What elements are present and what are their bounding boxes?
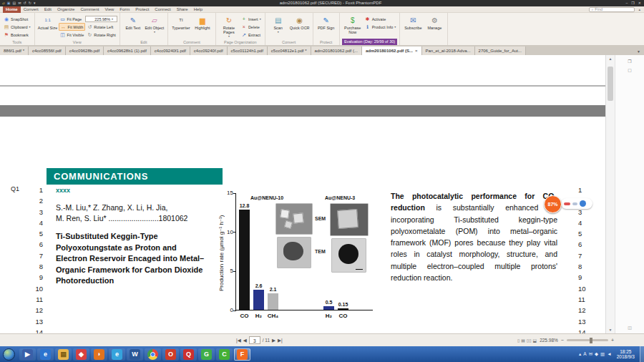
document-tab[interactable]: adm201801062.pdf (S...× [362,47,422,55]
green-g-icon[interactable]: G [198,348,215,361]
typewriter-button[interactable]: TITypewriter [170,14,192,39]
zoom-slider[interactable] [567,339,608,341]
purchase-now-button[interactable]: $Purchase Now [342,14,364,39]
minimize-button[interactable]: – [626,0,628,6]
single-page-icon[interactable]: ▯ [517,338,519,343]
media-player-icon[interactable]: ▶ [19,348,36,361]
close-button[interactable]: ✕ [638,0,641,6]
clipboard-button[interactable]: ▤Clipboard▾ [2,23,32,31]
actual-size-button[interactable]: 1:1Actual Size [37,14,59,39]
close-tab-icon[interactable]: × [415,49,418,53]
prev-page-button[interactable]: ◀ [243,338,247,343]
first-page-button[interactable]: |◀ [236,338,241,343]
document-tab[interactable]: c4cc08556f.pdf [29,47,66,55]
scan-button[interactable]: ▤Scan▾ [268,14,289,39]
corner-grid-icon[interactable]: ◫ [615,325,644,330]
continuous-page-icon[interactable]: ▤ [521,338,525,343]
taskbar-clock[interactable]: 18:25 2018/9/3 [614,349,638,360]
menu-tab-comment[interactable]: Comment [77,6,102,13]
document-tab[interactable]: adm201801062.pdf (... [311,47,362,55]
document-tab[interactable]: c5cc04812e1.pdf * [268,47,311,55]
fit-visible-button[interactable]: ◫Fit Visible [59,31,86,39]
zoom-slider-thumb[interactable] [590,338,592,343]
fit-width-button[interactable]: ↔Fit Width [59,23,86,31]
manage-button[interactable]: ⚙Manage [424,14,445,39]
zoom-in-button[interactable]: + [611,338,614,343]
document-tab[interactable]: c4cc09628b1 (1).pdf [104,47,151,55]
scroll-down-icon[interactable]: ▼ [606,328,615,332]
find-box[interactable]: ⌕ Find [589,7,635,12]
panel-toggle-icon[interactable]: ❐ [615,59,644,64]
menu-tab-protect[interactable]: Protect [132,6,152,13]
document-tab[interactable]: c4cc09240f1.pdf [151,47,190,55]
menu-tab-help[interactable]: Help [191,6,205,13]
tab-list-icon[interactable]: ▼ [633,49,644,55]
baidu-netdisk-icon[interactable]: ◆ [73,348,89,361]
pdf-sign-button[interactable]: ✎PDF Sign [316,14,337,39]
document-tab[interactable]: c4cc09628b.pdf [66,47,104,55]
highlight-button[interactable]: ▆Highlight [192,14,213,39]
document-tab[interactable]: 2706_Guide_for_Aut... [475,47,526,55]
ie-icon[interactable]: e [37,348,54,361]
edge-icon[interactable]: e [109,348,125,361]
menu-tab-organize[interactable]: Organize [54,6,77,13]
delete-pages-button[interactable]: ×Delete [240,23,263,31]
edit-object-button[interactable]: ▱Edit Object▾ [144,14,165,39]
firefox-icon[interactable]: ◗ [91,348,107,361]
tray-volume-icon[interactable]: ◄ [607,351,611,357]
score-badge[interactable]: 87% [544,195,562,213]
menu-tab-convert[interactable]: Convert [21,6,42,13]
insert-pages-button[interactable]: +Insert▾ [240,15,263,23]
ime-icon[interactable]: A [583,351,586,357]
menu-tab-form[interactable]: Form [117,6,132,13]
subscribe-button[interactable]: ✉Subscribe [402,14,424,39]
scrollbar-thumb[interactable] [608,67,613,101]
menu-tab-connect[interactable]: Connect [152,6,173,13]
tray-message-icon[interactable]: ✉ [589,351,592,357]
show-desktop-button[interactable] [640,346,644,362]
tray-security-icon[interactable]: ◆ [595,351,598,357]
maximize-button[interactable]: ❐ [631,0,634,6]
rotate-left-button[interactable]: ↺Rotate Left [85,23,117,31]
quick-ocr-button[interactable]: ◉Quick OCR [289,14,311,39]
qq-icon[interactable]: Q [180,348,197,361]
menu-tab-home[interactable]: Home [3,6,21,13]
facing-page-icon[interactable]: ▯▯ [527,338,532,343]
menu-tab-share[interactable]: Share [174,6,191,13]
zoom-out-button[interactable]: − [561,338,564,343]
tray-network-icon[interactable]: ▥ [600,351,605,357]
scroll-up-icon[interactable]: ▲ [606,57,615,61]
activate-button[interactable]: ✱Activate [364,15,398,23]
vertical-scrollbar[interactable]: ▲ ▼ [605,55,615,333]
document-tab[interactable]: Pan_et_al-2018-Adva... [422,47,475,55]
rotate-pages-button[interactable]: ↻Rotate Pages▾ [218,14,240,39]
collapse-ribbon-icon[interactable]: ▴ [635,7,644,11]
tray-expand-icon[interactable]: ▴ [579,351,581,357]
score-panel[interactable] [561,198,592,209]
snapshot-button[interactable]: ◉SnapShot [2,15,32,23]
chrome-icon[interactable] [145,348,161,361]
fit-view-icon[interactable]: ⬓ [532,338,537,343]
zoom-level-combo-button[interactable]: 225.98%▾ [85,16,117,22]
page-number-input[interactable]: 3 [249,336,260,344]
start-button[interactable] [3,348,15,361]
properties-panel-icon[interactable]: ▢ [615,67,644,72]
document-tab[interactable]: c5cc01124h1.pdf [228,47,268,55]
fit-page-button[interactable]: ▭Fit Page [59,15,86,23]
explorer-icon[interactable]: ▤ [55,348,72,361]
opera-icon[interactable]: O [162,348,179,361]
last-page-button[interactable]: ▶| [278,338,283,343]
word-icon[interactable]: W [127,348,143,361]
extract-pages-button[interactable]: ↗Extract [240,31,263,39]
product-info-button[interactable]: ℹProduct Info▾ [364,23,398,31]
menu-tab-edit[interactable]: Edit [42,6,54,13]
edit-text-button[interactable]: ✎Edit Text [122,14,144,39]
next-page-button[interactable]: ▶ [272,338,275,343]
document-tab[interactable]: 886f1.pdf * [0,47,29,55]
rotate-right-button[interactable]: ↻Rotate Right [85,31,117,39]
menu-tab-view[interactable]: View [102,6,117,13]
wechat-icon[interactable]: C [216,348,233,361]
foxit-icon[interactable]: F [234,348,250,361]
document-tab[interactable]: c4cc09240f.pdf [190,47,228,55]
bookmark-button[interactable]: ⚑Bookmark [2,31,32,39]
